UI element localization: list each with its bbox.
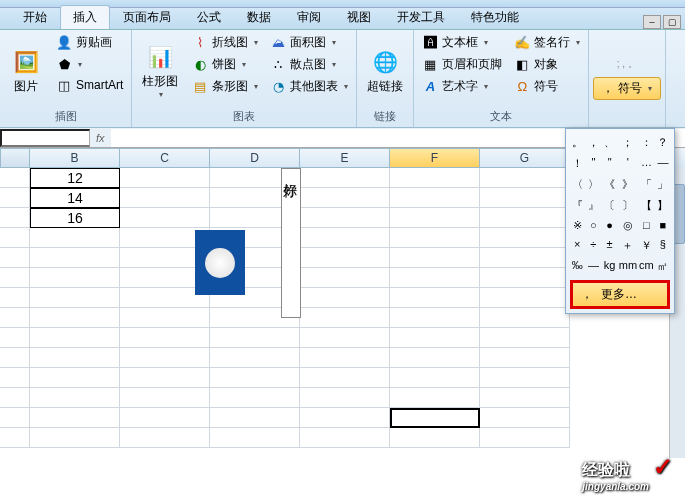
col-header-f[interactable]: F [390,148,480,168]
scatter-chart-icon: ∴ [270,57,286,73]
symbol-item[interactable]: 」 [656,175,670,194]
shapes-button[interactable]: ⬟ ▾ [52,54,127,74]
symbol-item[interactable]: § [656,236,670,255]
symbol-item[interactable]: … [639,154,654,173]
tab-view[interactable]: 视图 [334,5,384,29]
symbol-item[interactable]: — [656,154,670,173]
symbol-item[interactable]: 〕 [619,196,637,215]
symbol-item[interactable]: ， [586,133,600,152]
symbol-item[interactable]: 《 [603,175,617,194]
symbol-dropdown-button[interactable]: ， 符号 ▾ [593,77,661,100]
symbol-item[interactable]: 『 [570,196,584,215]
minimize-button[interactable]: – [643,15,661,29]
smartart-button[interactable]: ◫ SmartArt [52,75,127,95]
scatter-chart-button[interactable]: ∴ 散点图▾ [266,54,352,75]
chevron-down-icon: ▾ [78,60,82,69]
tab-home[interactable]: 开始 [10,5,60,29]
col-header-g[interactable]: G [480,148,570,168]
clipart-button[interactable]: 👤 剪贴画 [52,32,127,53]
tab-formulas[interactable]: 公式 [184,5,234,29]
picture-icon: 🖼️ [10,46,42,78]
hyperlink-button[interactable]: 🌐 超链接 [361,32,409,108]
picture-button[interactable]: 🖼️ 图片 [4,32,48,108]
other-chart-label: 其他图表 [290,78,338,95]
col-header-d[interactable]: D [210,148,300,168]
header-footer-icon: ▦ [422,57,438,73]
symbol-item[interactable]: ' [619,154,637,173]
symbol-item[interactable]: 、 [603,133,617,152]
textbox-button[interactable]: 🅰 文本框▾ [418,32,506,53]
symbol-item[interactable]: × [570,236,584,255]
symbol-item[interactable]: ￥ [639,236,654,255]
bar-chart-button[interactable]: ▤ 条形图▾ [188,76,262,97]
symbol-item[interactable]: kg [603,257,617,276]
symbol-item[interactable]: ㎡ [656,257,670,276]
signature-button[interactable]: ✍ 签名行▾ [510,32,584,53]
symbol-item[interactable]: ○ [586,217,600,234]
group-label: 链接 [361,108,409,125]
symbol-item[interactable]: 〔 [603,196,617,215]
symbol-item[interactable]: 【 [639,196,654,215]
watermark-text: 经验啦 [582,461,630,478]
symbol-item[interactable]: □ [639,217,654,234]
chevron-down-icon: ▾ [648,84,652,93]
col-header-b[interactable]: B [30,148,120,168]
symbol-item[interactable]: cm [639,257,654,276]
symbol-item[interactable]: 】 [656,196,670,215]
symbol-item[interactable]: 。 [570,133,584,152]
area-chart-button[interactable]: ⛰ 面积图▾ [266,32,352,53]
restore-button[interactable]: ▢ [663,15,681,29]
tab-developer[interactable]: 开发工具 [384,5,458,29]
tab-data[interactable]: 数据 [234,5,284,29]
more-symbols-button[interactable]: ， 更多… [570,280,670,309]
symbol-item[interactable]: ‰ [570,257,584,276]
object-button[interactable]: ◧ 对象 [510,54,584,75]
cell-b3[interactable]: 16 [30,208,120,228]
header-footer-button[interactable]: ▦ 页眉和页脚 [418,54,506,75]
wordart-label: 艺术字 [442,78,478,95]
col-header-c[interactable]: C [120,148,210,168]
symbol-item[interactable]: ！ [570,154,584,173]
symbol-item[interactable]: ◎ [619,217,637,234]
more-label: 更多… [601,286,637,303]
name-box[interactable] [0,129,90,147]
tab-review[interactable]: 审阅 [284,5,334,29]
symbol-item[interactable]: 》 [619,175,637,194]
symbol-item[interactable]: 』 [586,196,600,215]
tab-features[interactable]: 特色功能 [458,5,532,29]
tab-insert[interactable]: 插入 [60,5,110,29]
symbol-item[interactable]: mm [619,257,637,276]
other-chart-button[interactable]: ◔ 其他图表▾ [266,76,352,97]
cell-b1[interactable]: 12 [30,168,120,188]
col-header-e[interactable]: E [300,148,390,168]
symbol-item[interactable]: 「 [639,175,654,194]
symbol-item[interactable]: ； [619,133,637,152]
symbol-text-button[interactable]: Ω 符号 [510,76,584,97]
symbol-item[interactable]: ● [603,217,617,234]
clipart-label: 剪贴画 [76,34,112,51]
symbol-item[interactable]: ■ [656,217,670,234]
symbol-item[interactable]: ： [639,133,654,152]
symbol-item[interactable]: ± [603,236,617,255]
symbol-item[interactable]: ※ [570,217,584,234]
inserted-textbox[interactable]: 你好 [281,168,301,318]
symbol-item[interactable]: ÷ [586,236,600,255]
symbol-item[interactable]: ＋ [619,236,637,255]
wordart-button[interactable]: A 艺术字▾ [418,76,506,97]
symbol-item[interactable]: " [603,154,617,173]
check-icon: ✓ [653,453,673,481]
symbol-item[interactable]: " [586,154,600,173]
symbol-item[interactable]: ？ [656,133,670,152]
cell-b2[interactable]: 14 [30,188,120,208]
watermark: 经验啦 jingyanla.com ✓ [582,453,673,492]
line-chart-button[interactable]: ⌇ 折线图▾ [188,32,262,53]
inserted-picture[interactable] [195,230,245,295]
tab-page-layout[interactable]: 页面布局 [110,5,184,29]
column-chart-button[interactable]: 📊 柱形图 ▾ [136,32,184,108]
symbol-item[interactable]: 〈 [570,175,584,194]
select-all-corner[interactable] [0,148,30,168]
pie-chart-button[interactable]: ◐ 饼图▾ [188,54,262,75]
symbol-item[interactable]: — [586,257,600,276]
fx-icon[interactable]: fx [90,132,111,144]
symbol-item[interactable]: 〉 [586,175,600,194]
